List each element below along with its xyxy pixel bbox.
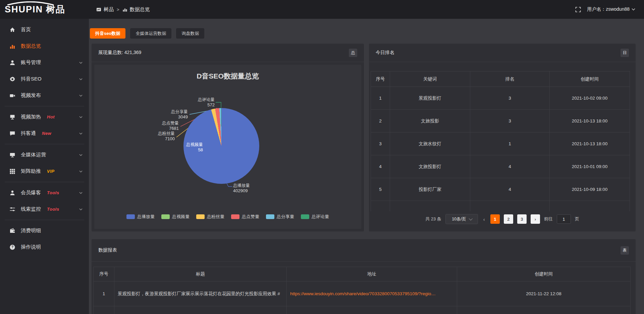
goto-suffix: 页 bbox=[575, 216, 579, 222]
legend-chip bbox=[196, 214, 205, 219]
chevron-down-icon bbox=[79, 132, 83, 136]
table-row: 1 景观投影灯 3 2021-10-02 09:00 bbox=[371, 87, 630, 110]
logo: SHUPIN 树品 bbox=[0, 0, 89, 19]
goto-page-input[interactable] bbox=[557, 214, 571, 224]
impressions-panel-header: 展现量总数: 421,369 总 bbox=[92, 44, 364, 62]
pie-label-comments: 总评论量 572 bbox=[198, 97, 215, 108]
pie-label-plays: 总播放量 402909 bbox=[233, 183, 250, 194]
sidebar-item-clue-monitor[interactable]: 线索监控 Tools bbox=[0, 201, 89, 217]
sidebar-item-home[interactable]: 首页 bbox=[0, 21, 89, 38]
page-button-3[interactable]: 3 bbox=[517, 214, 527, 224]
sidebar-item-help[interactable]: ? 操作说明 bbox=[0, 239, 89, 255]
topbar: SHUPIN 树品 树品 > 数据总览 用户名：zswodun88 bbox=[0, 0, 644, 19]
breadcrumb-item-home[interactable]: 树品 bbox=[96, 6, 114, 13]
sidebar-divider bbox=[5, 220, 84, 220]
impressions-panel: 展现量总数: 421,369 总 D音SEO数据量总览 总评论量 572 总分享… bbox=[92, 44, 364, 231]
chat-bubble-icon bbox=[9, 130, 15, 137]
breadcrumb-item-current[interactable]: 数据总览 bbox=[122, 6, 150, 13]
legend-chip bbox=[301, 214, 309, 219]
report-panel-title: 数据报表 bbox=[98, 247, 117, 253]
sidebar-item-matrix-boost[interactable]: 矩阵助推 VIP bbox=[0, 163, 89, 179]
grid-icon bbox=[9, 168, 15, 174]
legend-item[interactable]: 总分享量 bbox=[266, 214, 294, 220]
wallet-icon bbox=[9, 228, 15, 234]
table-row: 5 投影灯厂家 4 2021-10-09 18:00 bbox=[371, 178, 630, 201]
legend-chip bbox=[161, 214, 170, 219]
tab-media-ops-data[interactable]: 全媒体运营数据 bbox=[130, 28, 171, 39]
question-circle-icon: ? bbox=[9, 244, 15, 250]
total-toggle-button[interactable]: 总 bbox=[349, 49, 357, 57]
sidebar-item-media-ops[interactable]: 全媒体运营 bbox=[0, 147, 89, 163]
video-link[interactable]: https://www.iesdouyin.com/share/video/70… bbox=[290, 291, 436, 296]
pagination: 共 23 条 10条/页 ‹ 1 2 3 › 前往 页 bbox=[369, 214, 636, 224]
breadcrumb: 树品 > 数据总览 bbox=[96, 6, 150, 13]
video-camera-icon bbox=[9, 93, 15, 99]
report-table-header: 序号 标题 地址 创建时间 bbox=[94, 267, 630, 281]
goto-label: 前往 bbox=[544, 216, 553, 222]
vip-badge: VIP bbox=[47, 169, 54, 174]
fullscreen-icon[interactable] bbox=[575, 7, 581, 12]
ranking-panel: 今日排名 日 序号 关键词 排名 创建时间 1 景观投影灯 3 2021-10-… bbox=[369, 44, 636, 231]
column-header: 序号 bbox=[94, 267, 114, 281]
table-toggle-button[interactable]: 表 bbox=[621, 246, 629, 255]
legend-item[interactable]: 总播放量 bbox=[126, 214, 155, 220]
tab-douyin-seo-data[interactable]: 抖音seo数据 bbox=[90, 28, 125, 39]
legend-chip bbox=[231, 214, 239, 219]
column-header: 创建时间 bbox=[457, 267, 630, 281]
sidebar: 首页 数据总览 账号管理 抖音SEO 视频发布 视频加热 Hot bbox=[0, 19, 89, 314]
video-url-cell: https://www.iesdouyin.com/share/video/70… bbox=[287, 281, 457, 306]
sidebar-item-video-heat[interactable]: 视频加热 Hot bbox=[0, 109, 89, 125]
pagination-total: 共 23 条 bbox=[425, 216, 441, 222]
topbar-right: 用户名：zswodun88 bbox=[575, 6, 644, 12]
breadcrumb-label: 数据总览 bbox=[130, 6, 150, 13]
new-badge: New bbox=[42, 131, 51, 136]
page-button-2[interactable]: 2 bbox=[504, 214, 513, 224]
legend-item[interactable]: 总评论量 bbox=[301, 214, 329, 220]
tab-inquiry-data[interactable]: 询盘数据 bbox=[176, 28, 204, 39]
breadcrumb-separator: > bbox=[117, 7, 119, 12]
report-table: 序号 标题 地址 创建时间 1 景观投影灯，夜游景观投影灯厂家展示展示落花灯在花… bbox=[93, 267, 631, 314]
chart-legend: 总播放量 总视频量 总粉丝量 总点赞量 总分享量 总评论量 bbox=[92, 214, 364, 220]
svg-text:?: ? bbox=[11, 245, 13, 249]
ranking-panel-header: 今日排名 日 bbox=[369, 44, 636, 62]
pie-label-shares: 总分享量 3049 bbox=[171, 109, 188, 120]
page-size-select[interactable]: 10条/页 bbox=[445, 214, 478, 224]
report-panel: 数据报表 表 序号 标题 地址 创建时间 1 景观投影灯，夜游景观投影灯厂家展示… bbox=[92, 239, 636, 314]
tools-badge: Tools bbox=[47, 207, 59, 212]
chevron-down-icon bbox=[79, 153, 83, 157]
legend-item[interactable]: 总点赞量 bbox=[231, 214, 259, 220]
next-page-button[interactable]: › bbox=[531, 214, 540, 224]
billboard-icon bbox=[9, 114, 15, 120]
sidebar-item-doukentong[interactable]: 抖客通 New bbox=[0, 125, 89, 142]
sidebar-item-member-baoke[interactable]: 会员爆客 Tools bbox=[0, 185, 89, 201]
pie-label-videos: 总视频量 58 bbox=[186, 142, 203, 153]
sidebar-item-account[interactable]: 账号管理 bbox=[0, 54, 89, 71]
chevron-down-icon bbox=[79, 207, 83, 211]
table-row: 1 景观投影灯，夜游景观投影灯厂家展示展示落花灯在花园里的灯光投影应用效果 # … bbox=[94, 281, 630, 306]
legend-item[interactable]: 总视频量 bbox=[161, 214, 190, 220]
username-label: 用户名：zswodun88 bbox=[587, 6, 630, 12]
ranking-table: 序号 关键词 排名 创建时间 1 景观投影灯 3 2021-10-02 09:0… bbox=[371, 71, 630, 211]
prev-page-button[interactable]: ‹ bbox=[482, 216, 486, 222]
user-menu[interactable]: 用户名：zswodun88 bbox=[587, 6, 635, 12]
sidebar-divider bbox=[5, 182, 84, 182]
day-toggle-button[interactable]: 日 bbox=[621, 49, 629, 57]
sidebar-item-douyin-seo[interactable]: 抖音SEO bbox=[0, 71, 89, 87]
ranking-panel-title: 今日排名 bbox=[376, 50, 394, 56]
legend-chip bbox=[126, 214, 135, 219]
impressions-total-label: 展现量总数: 421,369 bbox=[98, 50, 141, 56]
chevron-down-icon bbox=[79, 115, 83, 119]
sidebar-item-expense-detail[interactable]: 消费明细 bbox=[0, 222, 89, 239]
sidebar-item-data-overview[interactable]: 数据总览 bbox=[0, 38, 89, 54]
bar-chart-icon bbox=[122, 7, 127, 12]
logo-text: SHUPIN bbox=[5, 4, 43, 14]
sidebar-divider bbox=[5, 106, 84, 106]
sidebar-item-video-publish[interactable]: 视频发布 bbox=[0, 87, 89, 104]
legend-item[interactable]: 总粉丝量 bbox=[196, 214, 224, 220]
chevron-down-icon bbox=[79, 77, 83, 81]
chevron-down-icon bbox=[79, 169, 83, 173]
page-button-1[interactable]: 1 bbox=[490, 214, 500, 224]
chevron-down-icon bbox=[79, 94, 83, 98]
column-header: 关键词 bbox=[390, 71, 470, 87]
sidebar-divider bbox=[5, 144, 84, 144]
